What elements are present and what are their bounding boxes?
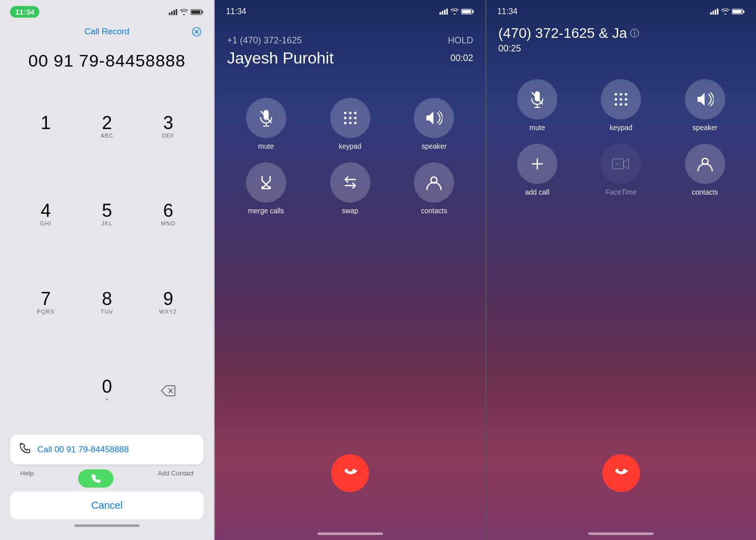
facetime-circle	[601, 144, 641, 184]
cancel-button[interactable]: Cancel	[10, 492, 204, 519]
key-0[interactable]: 0 +	[76, 347, 137, 435]
contacts-circle-2	[414, 162, 454, 203]
keypad-label-2: keypad	[339, 142, 361, 150]
svg-rect-0	[169, 13, 170, 15]
dialer-keypad: 1 2 ABC 3 DEF 4 GHI 5 JKL 6 MNO 7 PQRS	[0, 83, 214, 435]
info-icon[interactable]: ⓘ	[630, 27, 639, 39]
dialer-bottom: Call 00 91 79-84458888 Help Add Contact …	[0, 435, 214, 540]
swap-label: swap	[342, 207, 358, 215]
key-8[interactable]: 8 TUV	[76, 259, 137, 347]
svg-point-43	[615, 93, 617, 96]
svg-point-30	[354, 122, 356, 125]
status-time: 11:34	[10, 6, 39, 18]
keypad-button-3[interactable]: keypad	[585, 79, 657, 132]
key-9[interactable]: 9 WXYZ	[138, 259, 199, 347]
svg-rect-33	[710, 12, 712, 15]
key-backspace[interactable]	[138, 347, 199, 435]
svg-point-24	[354, 112, 356, 114]
svg-point-48	[625, 98, 627, 101]
swap-button[interactable]: swap	[314, 162, 386, 215]
mute-label-2: mute	[258, 142, 274, 150]
wifi-icon-2	[451, 9, 459, 15]
phone-handset-icon	[19, 443, 30, 454]
svg-point-28	[344, 122, 346, 125]
call-status-bar-2: 11:34	[215, 0, 485, 20]
svg-point-49	[615, 103, 617, 106]
conference-title: (470) 372-1625 & Ja ⓘ	[498, 25, 744, 41]
svg-rect-39	[733, 10, 742, 14]
svg-point-25	[344, 117, 346, 119]
svg-rect-35	[715, 10, 716, 15]
keypad-icon-2	[343, 110, 358, 126]
add-call-icon	[529, 156, 545, 172]
call-suggestion[interactable]: Call 00 91 79-84458888	[10, 435, 204, 464]
wifi-icon-3	[721, 9, 729, 15]
call-button[interactable]	[78, 469, 113, 488]
keypad-button-2[interactable]: keypad	[314, 98, 386, 150]
svg-rect-15	[446, 9, 448, 15]
home-indicator-2	[318, 532, 383, 535]
add-call-button[interactable]: add call	[501, 144, 573, 196]
key-6[interactable]: 6 MNO	[138, 171, 199, 259]
conference-title-text: (470) 372-1625 & Ja	[498, 25, 627, 41]
call-time-3: 11:34	[497, 7, 518, 16]
cancel-label: Cancel	[91, 500, 122, 511]
call-end-area-3	[486, 206, 756, 532]
conference-call-screen: 11:34 (470) 372-1625 & Ja ⓘ	[486, 0, 756, 540]
swap-circle	[330, 162, 370, 203]
speaker-label-2: speaker	[421, 142, 447, 150]
mute-button-3[interactable]: mute	[501, 79, 573, 132]
key-1[interactable]: 1	[15, 83, 76, 171]
speaker-icon-2	[425, 110, 443, 126]
svg-rect-14	[444, 10, 446, 15]
contacts-button-2[interactable]: contacts	[398, 162, 470, 215]
add-contact-link[interactable]: Add Contact	[158, 469, 194, 488]
merge-calls-button[interactable]: merge calls	[230, 162, 302, 215]
help-link[interactable]: Help	[20, 469, 34, 488]
call-status-icons-2	[439, 9, 474, 15]
backspace-icon	[161, 385, 176, 396]
contacts-label-2: contacts	[421, 207, 447, 215]
mute-circle-3	[517, 79, 557, 119]
end-call-button-3[interactable]	[602, 454, 640, 492]
contact-name-2: Jayesh Purohit	[227, 49, 334, 68]
signal-icon-3	[710, 9, 719, 15]
contacts-label-3: contacts	[692, 188, 718, 196]
svg-rect-13	[442, 11, 443, 15]
key-3[interactable]: 3 DEF	[138, 83, 199, 171]
svg-rect-36	[717, 9, 719, 15]
call-suggestion-label: Call 00 91 79-84458888	[37, 445, 129, 455]
key-2[interactable]: 2 ABC	[76, 83, 137, 171]
speaker-circle-3	[685, 79, 725, 119]
keypad-icon-3	[613, 92, 628, 107]
battery-icon-3	[732, 9, 745, 15]
key-5[interactable]: 5 JKL	[76, 171, 137, 259]
end-call-button-2[interactable]	[331, 454, 369, 492]
svg-rect-2	[173, 10, 175, 15]
call-buttons-grid-3: mute keypad	[486, 54, 756, 206]
merge-icon	[258, 174, 274, 191]
call-status-icons-3	[710, 9, 745, 15]
mute-button-2[interactable]: mute	[230, 98, 302, 150]
contacts-button-3[interactable]: contacts	[669, 144, 741, 196]
close-icon	[192, 27, 201, 36]
speaker-button-3[interactable]: speaker	[669, 79, 741, 132]
dialer-close-button[interactable]	[190, 25, 204, 39]
svg-rect-5	[202, 11, 204, 13]
key-4[interactable]: 4 GHI	[15, 171, 76, 259]
battery-icon	[191, 9, 204, 15]
svg-point-27	[354, 117, 356, 119]
svg-point-29	[349, 122, 351, 125]
mute-icon-2	[259, 109, 274, 127]
contacts-icon-3	[697, 156, 713, 172]
dialer-bottom-nav: Help Add Contact	[10, 465, 204, 490]
speaker-button-2[interactable]: speaker	[398, 98, 470, 150]
mute-icon-3	[530, 90, 545, 108]
svg-rect-17	[472, 11, 474, 13]
end-call-icon-2	[342, 465, 358, 482]
svg-rect-3	[176, 9, 177, 15]
keypad-circle-2	[330, 98, 370, 138]
call-time-2: 11:34	[226, 7, 246, 16]
svg-point-23	[349, 112, 351, 114]
key-7[interactable]: 7 PQRS	[15, 259, 76, 347]
